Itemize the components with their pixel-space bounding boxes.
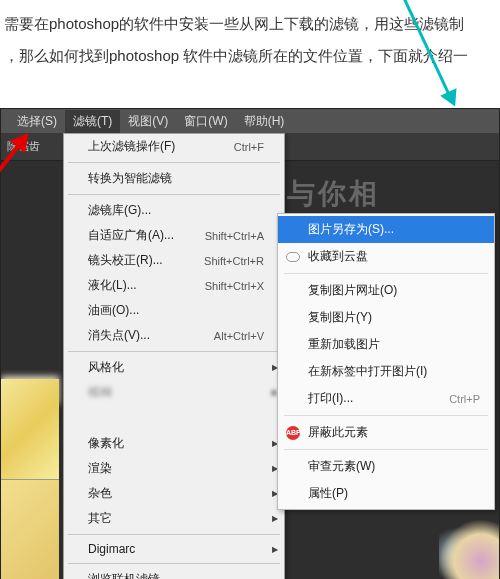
separator [68,162,280,163]
filter-last[interactable]: 上次滤镜操作(F) Ctrl+F [64,134,284,159]
separator [284,273,488,274]
menu-shortcut: Shift+Ctrl+A [205,230,264,242]
menu-label: 打印(I)... [308,390,353,407]
menu-label: 模糊 [88,384,112,401]
menu-label: 渲染 [88,460,112,477]
menu-label: 审查元素(W) [308,458,375,475]
separator [68,351,280,352]
filter-smart[interactable]: 转换为智能滤镜 [64,166,284,191]
menu-shortcut: Ctrl+F [234,141,264,153]
ctx-copy-image-url[interactable]: 复制图片网址(O) [278,277,494,304]
separator [68,534,280,535]
filter-other[interactable]: 其它 [64,506,284,531]
filter-oil-paint[interactable]: 油画(O)... [64,298,284,323]
menu-label: 在新标签中打开图片(I) [308,363,427,380]
ctx-properties[interactable]: 属性(P) [278,480,494,507]
menu-label: 属性(P) [308,485,348,502]
ctx-print[interactable]: 打印(I)... Ctrl+P [278,385,494,412]
menu-view[interactable]: 视图(V) [120,110,176,133]
menu-shortcut: Shift+Ctrl+X [205,280,264,292]
decorative-image [439,519,499,579]
menubar: 选择(S) 滤镜(T) 视图(V) 窗口(W) 帮助(H) [1,109,499,133]
filter-vanishing-point[interactable]: 消失点(V)... Alt+Ctrl+V [64,323,284,348]
menu-label: 镜头校正(R)... [88,252,163,269]
menu-filter[interactable]: 滤镜(T) [65,110,120,133]
menu-label: 杂色 [88,485,112,502]
menu-label: 像素化 [88,435,124,452]
menu-label: 复制图片网址(O) [308,282,397,299]
thumbnail-1 [1,379,59,479]
menu-label: 液化(L)... [88,277,137,294]
menu-label: 上次滤镜操作(F) [88,138,175,155]
menu-label: 屏蔽此元素 [308,424,368,441]
ctx-reload-image[interactable]: 重新加载图片 [278,331,494,358]
filter-render[interactable]: 渲染 [64,456,284,481]
menu-shortcut: Shift+Ctrl+R [204,255,264,267]
thumbnail-2 [1,479,59,579]
ctx-open-in-new-tab[interactable]: 在新标签中打开图片(I) [278,358,494,385]
separator [68,194,280,195]
menu-label: 重新加载图片 [308,336,380,353]
abp-icon: ABP [286,426,300,440]
filter-liquify[interactable]: 液化(L)... Shift+Ctrl+X [64,273,284,298]
menu-label: 油画(O)... [88,302,139,319]
article-line-2: ，那么如何找到photoshop 软件中滤镜所在的文件位置，下面就介绍一 [4,47,468,64]
filter-adaptive-wide-angle[interactable]: 自适应广角(A)... Shift+Ctrl+A [64,223,284,248]
ctx-copy-image[interactable]: 复制图片(Y) [278,304,494,331]
menu-label: 浏览联机滤镜... [88,571,170,579]
filter-browse-online[interactable]: 浏览联机滤镜... [64,567,284,579]
separator [68,563,280,564]
menu-label: 其它 [88,510,112,527]
browser-context-menu: 图片另存为(S)... 收藏到云盘 复制图片网址(O) 复制图片(Y) 重新加载… [277,213,495,510]
article-line-1: 需要在photoshop的软件中安装一些从网上下载的滤镜，用这些滤镜制 [4,15,464,32]
filter-blur[interactable]: 模糊 [64,380,284,405]
menu-label: 风格化 [88,359,124,376]
filter-blank [64,405,284,431]
menu-label: 滤镜库(G)... [88,202,151,219]
separator [284,449,488,450]
filter-lens-correction[interactable]: 镜头校正(R)... Shift+Ctrl+R [64,248,284,273]
menu-label: 自适应广角(A)... [88,227,174,244]
menu-label: Digimarc [88,542,135,556]
filter-dropdown: 上次滤镜操作(F) Ctrl+F 转换为智能滤镜 滤镜库(G)... 自适应广角… [63,133,285,579]
menu-help[interactable]: 帮助(H) [236,110,293,133]
menu-window[interactable]: 窗口(W) [176,110,235,133]
menu-label: 图片另存为(S)... [308,221,394,238]
menu-label: 复制图片(Y) [308,309,372,326]
filter-stylize[interactable]: 风格化 [64,355,284,380]
filter-gallery[interactable]: 滤镜库(G)... [64,198,284,223]
menu-label: 收藏到云盘 [308,248,368,265]
cloud-icon [286,250,300,264]
menu-label: 消失点(V)... [88,327,150,344]
ctx-block-element[interactable]: ABP 屏蔽此元素 [278,419,494,446]
filter-digimarc[interactable]: Digimarc [64,538,284,560]
ctx-save-to-cloud[interactable]: 收藏到云盘 [278,243,494,270]
filter-noise[interactable]: 杂色 [64,481,284,506]
ctx-save-image-as[interactable]: 图片另存为(S)... [278,216,494,243]
ctx-inspect-element[interactable]: 审查元素(W) [278,453,494,480]
filter-pixelate[interactable]: 像素化 [64,431,284,456]
menu-label: 转换为智能滤镜 [88,170,172,187]
separator [284,415,488,416]
menu-shortcut: Alt+Ctrl+V [214,330,264,342]
menu-shortcut: Ctrl+P [449,393,480,405]
